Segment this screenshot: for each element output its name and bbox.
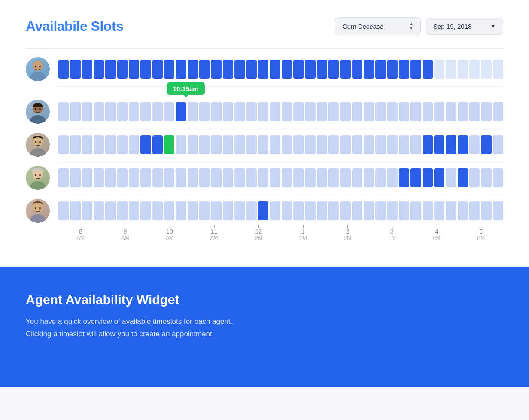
time-slot[interactable] <box>293 102 304 121</box>
time-slot[interactable] <box>328 102 339 121</box>
time-slot[interactable] <box>140 60 151 79</box>
time-slot[interactable] <box>446 201 456 220</box>
time-slot[interactable] <box>105 60 116 79</box>
time-slot[interactable] <box>387 60 398 79</box>
time-slot[interactable] <box>70 201 80 220</box>
time-slot[interactable] <box>282 135 292 154</box>
time-slot[interactable] <box>246 60 257 79</box>
time-slot[interactable] <box>129 102 139 121</box>
time-slot[interactable] <box>152 201 163 220</box>
time-slot[interactable] <box>493 60 503 79</box>
time-slot[interactable] <box>199 60 210 79</box>
time-slot[interactable] <box>293 135 304 154</box>
time-slot[interactable] <box>364 60 374 79</box>
time-slot[interactable] <box>317 60 327 79</box>
time-slot[interactable] <box>352 102 362 121</box>
time-slot[interactable] <box>410 135 421 154</box>
time-slot[interactable] <box>328 135 339 154</box>
time-slot[interactable] <box>458 168 468 187</box>
time-slot[interactable] <box>328 201 339 220</box>
time-slot[interactable] <box>152 102 163 121</box>
time-slot[interactable] <box>493 201 503 220</box>
time-slot[interactable] <box>82 135 92 154</box>
time-slot[interactable] <box>58 60 69 79</box>
time-slot[interactable] <box>469 102 480 121</box>
time-slot[interactable] <box>164 135 174 154</box>
time-slot[interactable] <box>469 60 480 79</box>
time-slot[interactable] <box>434 135 444 154</box>
time-slot[interactable] <box>211 201 221 220</box>
time-slot[interactable] <box>129 60 139 79</box>
time-slot[interactable] <box>387 168 398 187</box>
time-slot[interactable] <box>223 135 233 154</box>
time-slot[interactable] <box>423 201 433 220</box>
time-slot[interactable] <box>70 60 80 79</box>
time-slot[interactable] <box>399 60 409 79</box>
time-slot[interactable] <box>446 102 456 121</box>
time-slot[interactable] <box>129 168 139 187</box>
time-slot[interactable] <box>70 135 80 154</box>
time-slot[interactable] <box>410 201 421 220</box>
time-slot[interactable] <box>117 168 128 187</box>
time-slot[interactable] <box>352 168 362 187</box>
time-slot[interactable] <box>352 201 362 220</box>
time-slot[interactable] <box>152 60 163 79</box>
time-slot[interactable] <box>434 102 444 121</box>
time-slot[interactable] <box>164 102 174 121</box>
time-slot[interactable] <box>94 168 104 187</box>
time-slot[interactable] <box>211 168 221 187</box>
time-slot[interactable] <box>188 201 198 220</box>
time-slot[interactable] <box>199 168 210 187</box>
time-slot[interactable] <box>211 60 221 79</box>
time-slot[interactable] <box>317 135 327 154</box>
time-slot[interactable] <box>317 102 327 121</box>
time-slot[interactable] <box>258 60 268 79</box>
time-slot[interactable] <box>176 135 186 154</box>
time-slot[interactable] <box>293 201 304 220</box>
time-slot[interactable] <box>364 102 374 121</box>
time-slot[interactable] <box>164 168 174 187</box>
time-slot[interactable] <box>328 168 339 187</box>
time-slot[interactable] <box>258 201 268 220</box>
time-slot[interactable] <box>352 60 362 79</box>
time-slot[interactable] <box>340 60 350 79</box>
time-slot[interactable] <box>234 60 245 79</box>
time-slot[interactable] <box>211 102 221 121</box>
time-slot[interactable] <box>352 135 362 154</box>
time-slot[interactable] <box>305 135 315 154</box>
time-slot[interactable] <box>423 60 433 79</box>
time-slot[interactable] <box>270 168 280 187</box>
time-slot[interactable] <box>140 135 151 154</box>
time-slot[interactable] <box>117 201 128 220</box>
time-slot[interactable] <box>293 168 304 187</box>
time-slot[interactable] <box>188 135 198 154</box>
time-slot[interactable] <box>270 135 280 154</box>
time-slot[interactable] <box>70 168 80 187</box>
time-slot[interactable] <box>58 201 69 220</box>
time-slot[interactable] <box>481 201 491 220</box>
time-slot[interactable] <box>469 135 480 154</box>
time-slot[interactable] <box>340 102 350 121</box>
time-slot[interactable] <box>328 60 339 79</box>
time-slot[interactable] <box>458 60 468 79</box>
time-slot[interactable] <box>481 60 491 79</box>
time-slot[interactable] <box>423 168 433 187</box>
time-slot[interactable] <box>246 168 257 187</box>
time-slot[interactable] <box>282 60 292 79</box>
time-slot[interactable] <box>129 135 139 154</box>
time-slot[interactable] <box>176 60 186 79</box>
time-slot[interactable] <box>469 168 480 187</box>
time-slot[interactable] <box>105 201 116 220</box>
time-slot[interactable] <box>105 168 116 187</box>
time-slot[interactable] <box>58 102 69 121</box>
time-slot[interactable] <box>317 201 327 220</box>
time-slot[interactable] <box>340 168 350 187</box>
time-slot[interactable] <box>188 102 198 121</box>
time-slot[interactable] <box>481 102 491 121</box>
time-slot[interactable] <box>82 201 92 220</box>
date-dropdown[interactable]: Sep 19, 2018 ▼ <box>426 18 503 35</box>
time-slot[interactable] <box>434 201 444 220</box>
time-slot[interactable] <box>493 102 503 121</box>
time-slot[interactable] <box>188 168 198 187</box>
time-slot[interactable] <box>223 168 233 187</box>
